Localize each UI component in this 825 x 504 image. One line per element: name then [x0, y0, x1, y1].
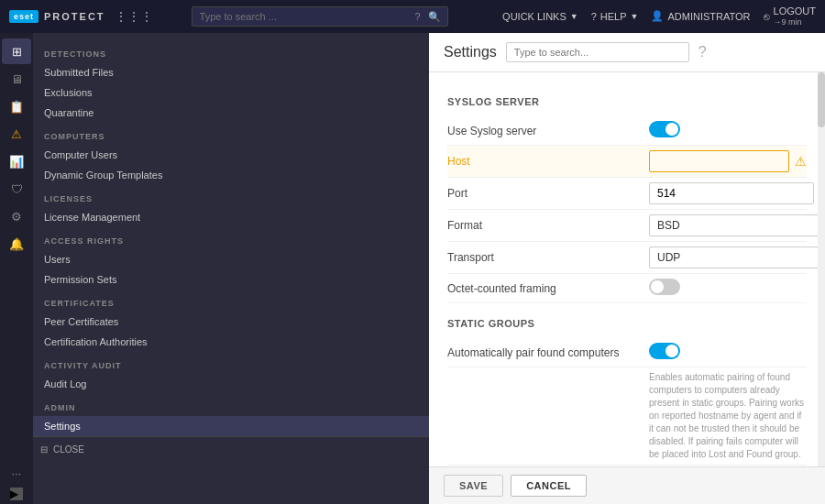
help-icon: ? [591, 11, 597, 22]
content-footer: SAVE CANCEL [429, 466, 825, 504]
main-layout: ⊞ 🖥 📋 ⚠ 📊 🛡 ⚙ 🔔 ··· ▶ DETECTIONS Submitt… [0, 33, 825, 504]
logout-button[interactable]: ⎋ LOGOUT →9 min [764, 5, 816, 27]
sidebar-item-dynamic-group-templates[interactable]: Dynamic Group Templates [33, 165, 429, 185]
section-licenses-label: LICENSES [33, 185, 429, 207]
octet-framing-control [649, 279, 807, 298]
sidebar-close-button[interactable]: ⊟ CLOSE [33, 436, 429, 462]
use-syslog-toggle[interactable] [649, 121, 680, 137]
auto-pair-control [649, 343, 807, 362]
format-label: Format [447, 219, 649, 232]
quick-links-chevron: ▼ [570, 12, 578, 21]
sidebar-item-settings[interactable]: Settings [33, 416, 429, 436]
sidebar-wrapper: DETECTIONS Submitted Files Exclusions Qu… [33, 33, 429, 504]
auto-pair-label: Automatically pair found computers [447, 346, 649, 359]
product-name: PROTECT [44, 11, 105, 22]
sidebar-icon-computers[interactable]: 🖥 [2, 66, 31, 92]
sidebar-item-quarantine[interactable]: Quarantine [33, 103, 429, 123]
octet-framing-toggle[interactable] [649, 279, 680, 295]
octet-framing-row: Octet-counted framing [447, 274, 807, 303]
grid-icon[interactable]: ⋮⋮⋮ [115, 9, 153, 24]
help-button[interactable]: ? HELP ▼ [591, 11, 639, 22]
page-title: Settings [444, 44, 497, 60]
sidebar-icon-reports[interactable]: 📊 [2, 148, 31, 174]
auto-pair-row: Automatically pair found computers [447, 338, 807, 367]
section-admin-label: ADMIN [33, 394, 429, 416]
host-input[interactable] [649, 150, 789, 172]
host-control: ⚠ [649, 150, 807, 172]
auto-pair-slider [649, 343, 680, 359]
sidebar-icon-more[interactable]: ··· [2, 460, 31, 486]
settings-form: SYSLOG SERVER Use Syslog server Host [429, 72, 825, 466]
global-search: ? 🔍 [192, 6, 448, 27]
logout-icon: ⎋ [764, 11, 770, 22]
sidebar-icon-settings[interactable]: ⚙ [2, 203, 31, 229]
sidebar-icons: ⊞ 🖥 📋 ⚠ 📊 🛡 ⚙ 🔔 ··· ▶ [0, 33, 33, 504]
auto-pair-description: Enables automatic pairing of found compu… [447, 367, 807, 466]
sidebar-nav: DETECTIONS Submitted Files Exclusions Qu… [33, 33, 429, 504]
content-area: Settings ? SYSLOG SERVER Use Syslog serv… [429, 33, 825, 504]
scrollbar-track [818, 72, 825, 466]
content-header: Settings ? [429, 33, 825, 72]
octet-framing-label: Octet-counted framing [447, 282, 649, 295]
use-syslog-label: Use Syslog server [447, 125, 649, 137]
sidebar-item-peer-certificates[interactable]: Peer Certificates [33, 312, 429, 332]
use-syslog-row: Use Syslog server [447, 116, 807, 146]
help-chevron: ▼ [631, 12, 639, 21]
octet-framing-slider [649, 279, 680, 295]
sidebar-icon-dashboard[interactable]: ⊞ [2, 38, 31, 64]
format-control: BSD IETF [649, 214, 825, 236]
settings-body: SYSLOG SERVER Use Syslog server Host [429, 72, 825, 466]
host-warning-icon: ⚠ [795, 154, 807, 169]
transport-control: UDP TCP TLS [649, 247, 825, 268]
syslog-section-title: SYSLOG SERVER [447, 96, 807, 107]
quick-links-button[interactable]: QUICK LINKS ▼ [502, 11, 578, 22]
section-access-rights-label: ACCESS RIGHTS [33, 227, 429, 249]
sidebar-item-permission-sets[interactable]: Permission Sets [33, 269, 429, 290]
transport-label: Transport [447, 251, 649, 264]
sidebar-item-users[interactable]: Users [33, 249, 429, 269]
port-control [649, 182, 814, 204]
search-icon: 🔍 [428, 11, 441, 23]
host-row: Host ⚠ [447, 146, 807, 178]
help-question-icon[interactable]: ? [698, 44, 707, 60]
global-search-input[interactable] [192, 6, 448, 27]
sidebar-icon-alerts[interactable]: ⚠ [2, 121, 31, 147]
cancel-button[interactable]: CANCEL [511, 475, 587, 497]
sidebar-icon-notifications[interactable]: 🔔 [2, 231, 31, 257]
use-syslog-slider [649, 121, 680, 137]
close-icon: ⊟ [40, 444, 48, 455]
sidebar-item-license-management[interactable]: License Management [33, 207, 429, 227]
sidebar-icon-tasks[interactable]: 📋 [2, 93, 31, 119]
sidebar-icon-policies[interactable]: 🛡 [2, 176, 31, 202]
auto-pair-toggle[interactable] [649, 343, 680, 359]
use-syslog-control [649, 121, 807, 140]
eset-logo: eset [9, 10, 38, 23]
transport-row: Transport UDP TCP TLS [447, 242, 807, 274]
save-button[interactable]: SAVE [444, 475, 503, 497]
topbar-right: QUICK LINKS ▼ ? HELP ▼ 👤 ADMINISTRATOR ⎋… [502, 5, 816, 27]
section-certificates-label: CERTIFICATES [33, 290, 429, 312]
content-search [506, 42, 689, 62]
user-icon: 👤 [651, 10, 664, 22]
admin-button[interactable]: 👤 ADMINISTRATOR [651, 10, 750, 22]
sidebar-item-submitted-files[interactable]: Submitted Files [33, 62, 429, 82]
format-select[interactable]: BSD IETF [649, 214, 825, 236]
transport-select[interactable]: UDP TCP TLS [649, 247, 825, 268]
section-activity-audit-label: ACTIVITY AUDIT [33, 352, 429, 374]
section-computers-label: COMPUTERS [33, 123, 429, 145]
sidebar-item-exclusions[interactable]: Exclusions [33, 82, 429, 103]
port-label: Port [447, 187, 649, 200]
sidebar-expand-icon[interactable]: ▶ [10, 488, 23, 500]
topbar: eset PROTECT ⋮⋮⋮ ? 🔍 QUICK LINKS ▼ ? HEL… [0, 0, 825, 33]
search-question-icon: ? [414, 11, 420, 22]
sidebar-item-computer-users[interactable]: Computer Users [33, 145, 429, 165]
port-row: Port [447, 178, 807, 210]
port-input[interactable] [649, 182, 814, 204]
static-groups-section-title: STATIC GROUPS [447, 318, 807, 329]
settings-search-input[interactable] [506, 42, 689, 62]
host-input-wrapper: ⚠ [649, 150, 807, 172]
sidebar-item-audit-log[interactable]: Audit Log [33, 374, 429, 394]
section-detections-label: DETECTIONS [33, 40, 429, 62]
sidebar-item-certification-authorities[interactable]: Certification Authorities [33, 332, 429, 352]
scrollbar-thumb[interactable] [818, 72, 825, 127]
